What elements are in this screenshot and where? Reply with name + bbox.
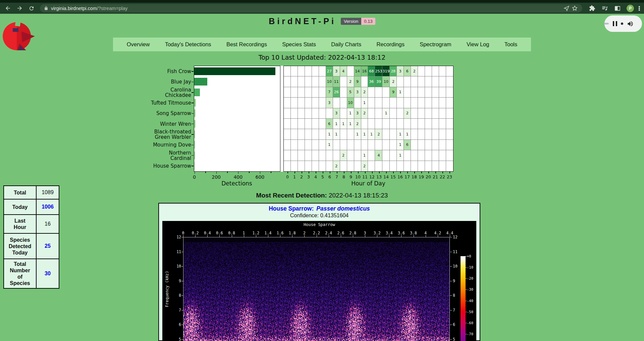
audio-scrubber[interactable] [621,22,623,25]
pause-icon[interactable] [613,21,617,26]
side-panel-icon[interactable] [614,5,621,12]
y-tick [192,155,194,156]
x-tick-minor [205,172,206,173]
spec-x-tick-label: 2 [303,231,306,235]
nav-item-best-recordings[interactable]: Best Recordings [226,41,267,48]
heatmap-cell [439,87,446,98]
url-text: virginia.birdnetpi.com/?stream=play [51,6,563,11]
nav-item-view-log[interactable]: View Log [467,41,489,48]
species-label-blue-jay: Blue Jay [134,79,191,84]
heatmap-cell [382,98,390,108]
spec-y-tick-right [450,266,452,267]
heatmap-cell [404,161,411,171]
hour-tick [330,172,330,173]
spec-x-tick-label: 1.4 [265,231,272,235]
audio-player[interactable] [604,15,642,32]
spec-y-tick [181,281,183,281]
address-bar[interactable]: virginia.birdnetpi.com/?stream=play [40,4,582,12]
extensions-puzzle-icon[interactable] [588,5,596,12]
stats-value[interactable]: 1006 [36,199,59,215]
send-icon[interactable] [563,5,570,12]
detection-species-link[interactable]: House Sparrow:Passer domesticus [159,205,480,212]
heatmap-cell [425,150,432,161]
heatmap-cell [368,98,375,108]
heatmap-cell [298,129,305,139]
heatmap-cell [432,87,439,98]
spectrogram-colorbar [461,256,466,341]
spec-y-tick [181,252,183,252]
nav-item-daily-charts[interactable]: Daily Charts [331,41,361,48]
heatmap-cell [390,98,397,108]
heatmap-cell [298,98,305,108]
stats-value[interactable]: 30 [36,259,59,288]
hour-tick-label: 1 [293,174,296,179]
heatmap-cell: 14 [354,66,361,76]
spec-y-tick-label-right: 6 [453,322,455,327]
heatmap-cell [319,66,326,76]
spec-x-tick-label: 2.8 [350,231,357,235]
nav-item-spectrogram[interactable]: Spectrogram [420,41,451,48]
heatmap-cell: 10 [347,98,354,108]
colorbar-tick-label: +0 [467,254,471,258]
hour-tick-label: 9 [350,174,352,179]
spec-y-tick-label-right: 9 [453,279,455,283]
x-tick-label: 0 [193,174,196,180]
bookmark-star-icon[interactable] [571,5,578,12]
species-label-carolina-chickadee: CarolinaChickadee [134,87,191,98]
profile-avatar[interactable]: P [627,5,634,12]
heatmap-cell [439,98,446,108]
heatmap-cell: 1 [347,119,354,129]
heatmap-cell [432,119,439,129]
hour-tick [379,172,380,173]
heatmap-cell [432,76,439,87]
x-tick-minor [271,172,271,173]
nav-item-species-stats[interactable]: Species Stats [282,41,316,48]
stats-value[interactable]: 25 [36,233,59,259]
heatmap-cell [284,119,291,129]
heatmap-cell [382,129,390,139]
heatmap-cell [284,129,291,139]
nav-item-overview[interactable]: Overview [127,41,150,48]
species-label-black-throated-green-warbler: Black-throatedGreen Warbler [134,129,191,140]
spec-y-tick-label-right: 11 [453,249,458,254]
bar-tufted-titmouse [194,99,196,107]
heatmap-cell [404,98,411,108]
reload-icon[interactable] [28,5,35,12]
heatmap-cell [425,129,432,139]
heatmap-cell [312,150,319,161]
heatmap-cell: 1 [340,119,347,129]
heatmap-cell [305,66,312,76]
heatmap-cell [291,161,298,171]
x-tick-minor [249,172,250,173]
heatmap-cell [418,129,425,139]
heatmap-cell [291,140,298,150]
heatmap-cell: 2 [375,129,382,139]
nav-item-tools[interactable]: Tools [504,41,518,48]
detections-bar-chart [194,66,280,172]
nav-item-recordings[interactable]: Recordings [376,41,404,48]
heatmap-cell: 10 [326,76,333,87]
y-tick [192,166,194,166]
nav-item-today-s-detections[interactable]: Today's Detections [165,41,211,48]
heatmap-cell: 6 [326,119,333,129]
spec-x-tick-label: 2.6 [337,231,344,235]
forward-icon[interactable] [16,5,23,12]
heatmap-cell [418,66,425,76]
hour-tick [302,172,302,173]
heatmap-cell [432,98,439,108]
heatmap-cell [432,140,439,150]
media-playlist-icon[interactable] [601,5,608,12]
hour-tick [316,172,316,173]
heatmap-cell [404,119,411,129]
spec-x-tick-label: 1 [243,231,245,235]
volume-icon[interactable] [627,20,634,27]
back-icon[interactable] [5,5,11,12]
heatmap-cell [418,150,425,161]
y-tick [192,134,194,135]
heatmap-cell [404,76,411,87]
heatmap-cell [411,87,418,98]
heatmap-cell [418,108,425,119]
menu-kebab-icon[interactable]: ••• [638,5,641,12]
spec-x-tick [292,235,292,237]
heatmap-cell [284,87,291,98]
